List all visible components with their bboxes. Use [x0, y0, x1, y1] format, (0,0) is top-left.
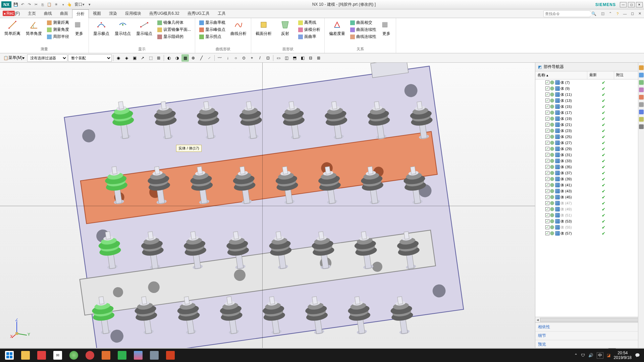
- checkbox-icon[interactable]: ✓: [545, 135, 549, 139]
- right-tab-3[interactable]: [639, 80, 644, 85]
- deviation-button[interactable]: 偏差度量: [327, 19, 347, 37]
- checkbox-icon[interactable]: ✓: [545, 86, 549, 90]
- checkbox-icon[interactable]: ✓: [545, 123, 549, 127]
- task-browser[interactable]: [66, 349, 82, 362]
- tree-row[interactable]: ✓体 (9)✔: [535, 85, 644, 92]
- qat-overflow[interactable]: ▾: [87, 2, 93, 8]
- right-tab-4[interactable]: [639, 87, 644, 92]
- command-search[interactable]: 🔍: [543, 10, 590, 17]
- tab-curve[interactable]: 曲线: [40, 9, 56, 18]
- checkbox-icon[interactable]: ✓: [545, 219, 549, 223]
- section-dependency[interactable]: 相依性⌄: [535, 322, 644, 331]
- minimize-button[interactable]: —: [620, 2, 627, 7]
- tb-icon-24[interactable]: ⊟: [307, 54, 314, 62]
- tree-row[interactable]: ✓体 (21)✔: [535, 122, 644, 128]
- show-pole-button[interactable]: 显示极点: [92, 19, 111, 37]
- right-tab-2[interactable]: [639, 73, 644, 77]
- menu-dropdown[interactable]: 📋 菜单(M) ▾: [1, 54, 26, 62]
- surface-continuity-button[interactable]: 曲面连续性: [349, 26, 378, 33]
- col-name[interactable]: 名称 ▴: [535, 71, 587, 79]
- right-tab-7[interactable]: [639, 110, 644, 114]
- checkbox-icon[interactable]: ✓: [545, 177, 549, 181]
- set-mirror-plane-button[interactable]: 设置镜像平面...: [156, 26, 192, 33]
- checkbox-icon[interactable]: ✓: [545, 183, 549, 187]
- tree-row[interactable]: ✓体 (13)✔: [535, 98, 644, 104]
- search-icon[interactable]: 🔍: [591, 11, 596, 16]
- tab-app[interactable]: 应用模块: [121, 9, 145, 18]
- tree-row[interactable]: ✓体 (7)✔: [535, 79, 644, 85]
- checkbox-icon[interactable]: ✓: [545, 195, 549, 199]
- face-curvature-button[interactable]: 面曲率: [297, 34, 322, 40]
- tree-row[interactable]: ✓体 (45)✔: [535, 194, 644, 200]
- tree-row[interactable]: ✓体 (43)✔: [535, 188, 644, 194]
- checkbox-icon[interactable]: ✓: [545, 105, 549, 109]
- tree-row[interactable]: ✓体 (31)✔: [535, 152, 644, 158]
- touch-icon[interactable]: 👆: [66, 2, 72, 8]
- tree-row[interactable]: ✓体 (27)✔: [535, 140, 644, 146]
- tab-analysis[interactable]: 分析: [72, 9, 89, 18]
- checkbox-icon[interactable]: ✓: [545, 159, 549, 163]
- tree-row[interactable]: ✓体 (23)✔: [535, 128, 644, 134]
- tb-icon-14[interactable]: ↓: [224, 54, 231, 62]
- tray-icon-2[interactable]: ◪: [607, 353, 610, 358]
- start-button[interactable]: [1, 349, 17, 362]
- col-latest[interactable]: 最新: [587, 71, 614, 79]
- tb-icon-6[interactable]: ⊞: [155, 54, 162, 62]
- right-tab-5[interactable]: [639, 95, 644, 100]
- highlight-line-button[interactable]: 高亮线: [297, 19, 322, 26]
- tab-home[interactable]: 主页: [24, 9, 40, 18]
- tab-yx1[interactable]: 燕秀UG模具6.32: [145, 9, 183, 18]
- qat-more[interactable]: [60, 2, 66, 8]
- task-nx[interactable]: [146, 349, 162, 362]
- checkbox-icon[interactable]: ✓: [545, 129, 549, 133]
- tray-volume-icon[interactable]: 🔊: [588, 353, 593, 358]
- part-tree[interactable]: ✓体 (7)✔✓体 (9)✔✓体 (11)✔✓体 (13)✔✓体 (15)✔✓体…: [535, 79, 644, 317]
- checkbox-icon[interactable]: ✓: [545, 93, 549, 97]
- checkbox-icon[interactable]: ✓: [545, 80, 549, 84]
- scroll-thumb[interactable]: [540, 318, 639, 322]
- right-tab-8[interactable]: [639, 117, 644, 122]
- show-inflection-button[interactable]: 显示拐点: [198, 34, 227, 40]
- tb-icon-13[interactable]: 〰: [216, 54, 223, 62]
- checkbox-icon[interactable]: ✓: [545, 111, 549, 115]
- tb-icon-1[interactable]: ◉: [115, 54, 122, 62]
- tray-up-icon[interactable]: ⌃: [574, 353, 578, 358]
- tree-row[interactable]: ✓体 (39)✔: [535, 176, 644, 182]
- tb-icon-22[interactable]: ⬒: [291, 54, 298, 62]
- show-endpoint-button[interactable]: 显示端点: [135, 19, 154, 37]
- tb-icon-21[interactable]: ◫: [283, 54, 290, 62]
- show-damping-button[interactable]: 显示阻碍的: [156, 34, 192, 40]
- section-detail[interactable]: 细节⌄: [535, 331, 644, 340]
- tb-icon-19[interactable]: ⊡: [264, 54, 272, 62]
- right-tab-6[interactable]: [639, 102, 644, 107]
- cut-icon[interactable]: ✂: [33, 2, 39, 8]
- simple-distance-button[interactable]: 简单距离: [3, 19, 22, 37]
- tree-row[interactable]: ✓体 (19)✔: [535, 116, 644, 122]
- tab-surface[interactable]: 曲面: [56, 9, 72, 18]
- checkbox-icon[interactable]: ✓: [545, 201, 549, 205]
- mirror-geom-button[interactable]: 镜像几何体: [156, 19, 192, 26]
- taskbar-clock[interactable]: 20:542019/9/18: [614, 351, 632, 360]
- section-analysis-button[interactable]: 截面分析: [254, 19, 273, 37]
- tree-row[interactable]: ✓体 (49)✔: [535, 206, 644, 212]
- copy-icon[interactable]: ⎘: [40, 2, 46, 8]
- tb-icon-9[interactable]: ▦: [181, 54, 189, 62]
- tb-icon-10[interactable]: ⊕: [190, 54, 197, 62]
- doc-maximize[interactable]: ◻: [629, 11, 635, 17]
- checkbox-icon[interactable]: ✓: [545, 117, 549, 121]
- show-knot-button[interactable]: 显示结点: [113, 19, 132, 37]
- measure-more-button[interactable]: ▦ 更多: [72, 19, 86, 37]
- tb-icon-23[interactable]: ◧: [299, 54, 306, 62]
- tab-render[interactable]: 渲染: [105, 9, 121, 18]
- checkbox-icon[interactable]: ✓: [545, 99, 549, 103]
- tb-icon-3[interactable]: ▣: [131, 54, 138, 62]
- panel-header[interactable]: ◩ 部件导航器: [535, 63, 644, 71]
- show-comb-button[interactable]: 显示曲率梳: [198, 19, 227, 26]
- tb-icon-15[interactable]: ○: [232, 54, 239, 62]
- checkbox-icon[interactable]: ✓: [545, 189, 549, 193]
- task-iqiyi[interactable]: [114, 349, 130, 362]
- 3d-viewport[interactable]: 实体 / 体(17) Z Y X: [0, 63, 535, 349]
- measure-angle-button[interactable]: 测量角度: [46, 26, 70, 33]
- checkbox-icon[interactable]: ✓: [545, 147, 549, 151]
- tree-row[interactable]: ✓体 (25)✔: [535, 134, 644, 140]
